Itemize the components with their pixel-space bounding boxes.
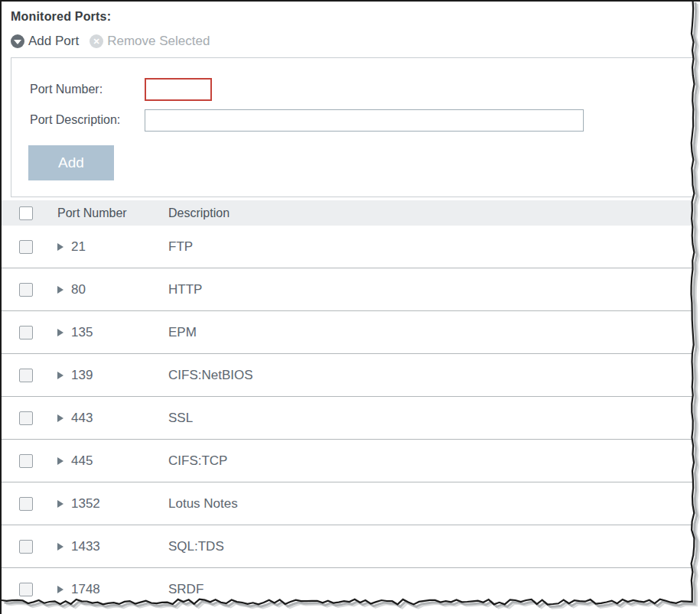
description-cell: HTTP — [151, 282, 700, 297]
port-number-cell: 1433 — [71, 539, 100, 554]
description-cell: Lotus Notes — [151, 496, 700, 512]
port-description-input[interactable] — [145, 109, 584, 132]
port-number-cell: 80 — [71, 282, 86, 297]
table-row: 21 FTP — [2, 226, 700, 268]
row-checkbox[interactable] — [19, 283, 33, 297]
row-checkbox[interactable] — [19, 497, 33, 511]
expand-arrow-icon[interactable] — [57, 500, 63, 508]
port-number-cell: 1352 — [71, 496, 100, 512]
expand-arrow-icon[interactable] — [57, 457, 63, 465]
remove-selected-label: Remove Selected — [107, 34, 210, 49]
description-cell: SRDF — [151, 582, 700, 597]
description-column-header: Description — [151, 206, 700, 220]
description-cell: SSL — [151, 411, 700, 426]
row-checkbox[interactable] — [19, 240, 33, 254]
table-row: 139 CIFS:NetBIOS — [2, 354, 700, 397]
description-cell: CIFS:TCP — [151, 453, 700, 469]
table-row: 135 EPM — [2, 311, 700, 354]
expand-arrow-icon[interactable] — [57, 586, 63, 593]
expand-arrow-icon[interactable] — [57, 543, 63, 551]
row-checkbox[interactable] — [19, 369, 33, 382]
port-number-column-header: Port Number — [40, 206, 151, 220]
port-number-cell: 445 — [71, 453, 93, 469]
table-row: 443 SSL — [2, 397, 700, 440]
row-checkbox[interactable] — [19, 411, 33, 425]
table-row: 1352 Lotus Notes — [2, 482, 700, 525]
select-all-checkbox[interactable] — [19, 206, 33, 220]
table-row: 445 CIFS:TCP — [2, 440, 700, 482]
port-number-cell: 21 — [71, 239, 86, 255]
table-row: 1433 SQL:TDS — [2, 525, 700, 568]
add-button[interactable]: Add — [28, 145, 114, 180]
expand-arrow-icon[interactable] — [57, 243, 63, 251]
port-description-label: Port Description: — [30, 109, 120, 132]
ports-table: Port Number Description 21 FTP 80 HTTP 1… — [2, 200, 700, 611]
description-cell: CIFS:NetBIOS — [151, 368, 700, 383]
chevron-down-icon — [14, 40, 21, 44]
add-port-icon — [11, 34, 24, 48]
description-cell: EPM — [151, 325, 700, 340]
port-number-cell: 443 — [71, 411, 93, 426]
port-number-cell: 135 — [71, 325, 93, 340]
row-checkbox[interactable] — [19, 583, 33, 596]
port-number-input[interactable] — [145, 78, 212, 101]
table-header: Port Number Description — [2, 200, 700, 226]
expand-arrow-icon[interactable] — [57, 329, 63, 336]
add-port-label: Add Port — [28, 34, 79, 49]
expand-arrow-icon[interactable] — [57, 286, 63, 294]
row-checkbox[interactable] — [19, 326, 33, 339]
table-row: 1748 SRDF — [2, 568, 700, 611]
expand-arrow-icon[interactable] — [57, 372, 63, 379]
description-cell: FTP — [151, 239, 700, 255]
port-number-cell: 139 — [71, 368, 93, 383]
x-icon: ✕ — [93, 37, 100, 46]
screenshot-frame: Monitored Ports: Add Port ✕ Remove Selec… — [0, 0, 700, 614]
remove-icon: ✕ — [90, 34, 103, 48]
toolbar: Add Port ✕ Remove Selected — [11, 34, 210, 49]
row-checkbox[interactable] — [19, 540, 33, 554]
table-body: 21 FTP 80 HTTP 135 EPM 139 CIFS:NetBIOS … — [2, 226, 700, 611]
port-number-label: Port Number: — [30, 78, 103, 101]
add-port-form: Port Number: Port Description: Add — [11, 57, 700, 197]
description-cell: SQL:TDS — [151, 539, 700, 554]
page-title: Monitored Ports: — [11, 10, 111, 24]
remove-selected-button[interactable]: ✕ Remove Selected — [90, 34, 210, 49]
expand-arrow-icon[interactable] — [57, 414, 63, 422]
add-port-button[interactable]: Add Port — [11, 34, 79, 49]
table-row: 80 HTTP — [2, 268, 700, 311]
port-number-cell: 1748 — [71, 582, 100, 597]
row-checkbox[interactable] — [19, 454, 33, 468]
